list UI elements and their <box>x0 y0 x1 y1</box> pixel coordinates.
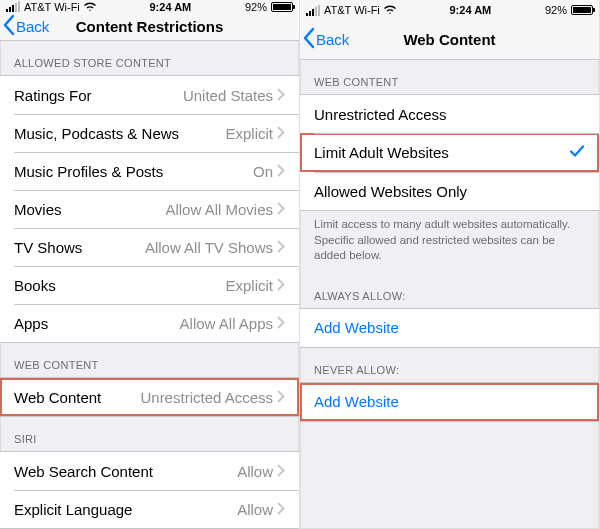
screen-content-restrictions: AT&T Wi-Fi 9:24 AM 92% Back Content Rest… <box>0 0 300 529</box>
row-label: Web Content <box>14 389 101 406</box>
list-siri: Web Search Content Allow Explicit Langua… <box>0 451 299 529</box>
wifi-icon <box>384 5 396 15</box>
row-label: Ratings For <box>14 87 92 104</box>
list-store-content: Ratings For United States Music, Podcast… <box>0 75 299 343</box>
clock-label: 9:24 AM <box>150 1 192 13</box>
list-always-allow: Add Website <box>300 308 599 348</box>
row-music-podcasts-news[interactable]: Music, Podcasts & News Explicit <box>0 114 299 152</box>
row-apps[interactable]: Apps Allow All Apps <box>0 304 299 342</box>
list-web-options: Unrestricted Access Limit Adult Websites… <box>300 94 599 211</box>
battery-icon <box>271 2 293 12</box>
carrier-label: AT&T Wi-Fi <box>24 1 80 13</box>
back-button[interactable]: Back <box>300 27 353 52</box>
battery-label: 92% <box>545 4 567 16</box>
chevron-right-icon <box>277 277 285 294</box>
row-value: Allow <box>237 463 273 480</box>
section-header-never-allow: NEVER ALLOW: <box>300 348 599 382</box>
row-label: Music, Podcasts & News <box>14 125 179 142</box>
row-add-website-never[interactable]: Add Website <box>300 383 599 421</box>
list-web-content: Web Content Unrestricted Access <box>0 377 299 417</box>
checkmark-icon <box>569 143 585 162</box>
row-value: Allow All TV Shows <box>145 239 273 256</box>
row-value: Allow All Apps <box>180 315 273 332</box>
row-books[interactable]: Books Explicit <box>0 266 299 304</box>
row-value: United States <box>183 87 273 104</box>
row-label: Unrestricted Access <box>314 106 447 123</box>
row-web-search-content[interactable]: Web Search Content Allow <box>0 452 299 490</box>
row-value: Explicit <box>225 277 273 294</box>
wifi-icon <box>84 2 96 12</box>
chevron-right-icon <box>277 239 285 256</box>
back-label: Back <box>316 31 349 48</box>
row-label: Movies <box>14 201 62 218</box>
add-website-link: Add Website <box>314 393 399 410</box>
back-label: Back <box>16 18 49 35</box>
status-bar: AT&T Wi-Fi 9:24 AM 92% <box>0 0 299 14</box>
row-movies[interactable]: Movies Allow All Movies <box>0 190 299 228</box>
section-header-web: WEB CONTENT <box>300 60 599 94</box>
chevron-right-icon <box>277 315 285 332</box>
chevron-right-icon <box>277 501 285 518</box>
chevron-right-icon <box>277 87 285 104</box>
row-value: On <box>253 163 273 180</box>
status-bar: AT&T Wi-Fi 9:24 AM 92% <box>300 0 599 20</box>
row-unrestricted-access[interactable]: Unrestricted Access <box>300 95 599 133</box>
chevron-left-icon <box>302 27 316 52</box>
row-explicit-language[interactable]: Explicit Language Allow <box>0 490 299 528</box>
chevron-right-icon <box>277 389 285 406</box>
section-header-store: ALLOWED STORE CONTENT <box>0 41 299 75</box>
section-header-always-allow: ALWAYS ALLOW: <box>300 274 599 308</box>
section-header-siri: SIRI <box>0 417 299 451</box>
nav-bar: Back Content Restrictions <box>0 14 299 41</box>
clock-label: 9:24 AM <box>450 4 492 16</box>
row-label: Explicit Language <box>14 501 132 518</box>
row-music-profiles-posts[interactable]: Music Profiles & Posts On <box>0 152 299 190</box>
section-footer-web: Limit access to many adult websites auto… <box>300 211 599 274</box>
add-website-link: Add Website <box>314 319 399 336</box>
row-label: Allowed Websites Only <box>314 183 467 200</box>
row-label: Books <box>14 277 56 294</box>
back-button[interactable]: Back <box>0 14 53 39</box>
row-label: Music Profiles & Posts <box>14 163 163 180</box>
carrier-label: AT&T Wi-Fi <box>324 4 380 16</box>
row-tv-shows[interactable]: TV Shows Allow All TV Shows <box>0 228 299 266</box>
section-header-web: WEB CONTENT <box>0 343 299 377</box>
row-web-content[interactable]: Web Content Unrestricted Access <box>0 378 299 416</box>
row-label: Web Search Content <box>14 463 153 480</box>
row-value: Unrestricted Access <box>140 389 273 406</box>
row-label: Limit Adult Websites <box>314 144 449 161</box>
battery-label: 92% <box>245 1 267 13</box>
battery-icon <box>571 5 593 15</box>
row-value: Allow <box>237 501 273 518</box>
chevron-right-icon <box>277 463 285 480</box>
screen-web-content: AT&T Wi-Fi 9:24 AM 92% Back Web Content … <box>300 0 600 529</box>
signal-icon <box>6 1 20 12</box>
chevron-left-icon <box>2 14 16 39</box>
signal-icon <box>306 5 320 16</box>
row-value: Explicit <box>225 125 273 142</box>
row-add-website-allow[interactable]: Add Website <box>300 309 599 347</box>
chevron-right-icon <box>277 125 285 142</box>
row-label: Apps <box>14 315 48 332</box>
row-ratings-for[interactable]: Ratings For United States <box>0 76 299 114</box>
row-value: Allow All Movies <box>165 201 273 218</box>
list-never-allow: Add Website <box>300 382 599 422</box>
row-limit-adult-websites[interactable]: Limit Adult Websites <box>300 133 599 172</box>
nav-bar: Back Web Content <box>300 20 599 60</box>
chevron-right-icon <box>277 201 285 218</box>
row-allowed-websites-only[interactable]: Allowed Websites Only <box>300 172 599 210</box>
row-label: TV Shows <box>14 239 82 256</box>
chevron-right-icon <box>277 163 285 180</box>
